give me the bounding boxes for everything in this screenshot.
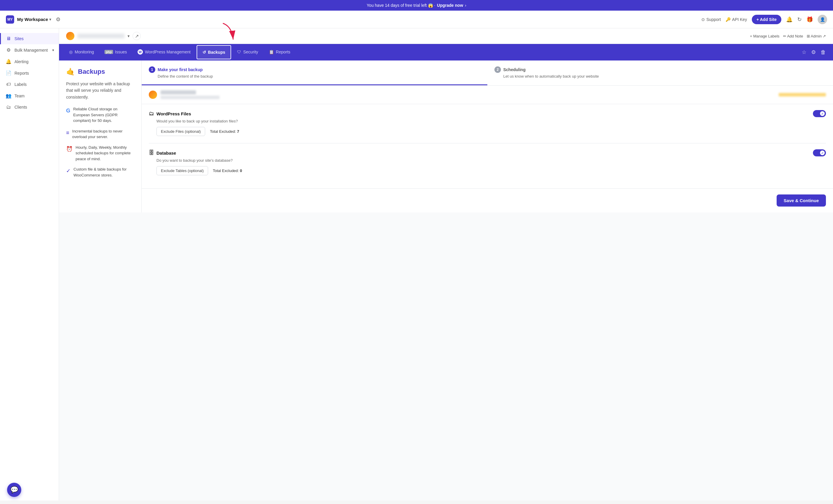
step-1[interactable]: 1 Make your first backup Define the cont…	[142, 61, 487, 85]
database-controls: Exclude Tables (optional) Total Excluded…	[157, 166, 826, 175]
sidebar-item-bulk-management[interactable]: ⚙ Bulk Management ▾	[0, 44, 59, 56]
folder-icon: 🗂	[149, 111, 154, 117]
tab-monitoring[interactable]: ◎ Monitoring	[64, 45, 99, 59]
tab-security[interactable]: 🛡 Security	[232, 45, 264, 59]
tab-wordpress-management[interactable]: W WordPress Management	[132, 45, 196, 59]
add-note-button[interactable]: ✏ Add Note	[783, 34, 803, 38]
sidebar-item-team[interactable]: 👥 Team	[0, 90, 59, 101]
feature-item-custom: ✓ Custom file & table backups for WooCom…	[66, 166, 134, 178]
blurred-favicon	[149, 91, 157, 99]
step-2-number-area: 2 Scheduling	[495, 66, 826, 73]
tab-issues-label: Issues	[115, 50, 127, 54]
steps-header: 1 Make your first backup Define the cont…	[142, 61, 833, 86]
monitoring-icon: ◎	[69, 50, 73, 54]
sidebar-label-labels: Labels	[15, 82, 27, 87]
chat-bubble-button[interactable]: 💬	[7, 483, 21, 497]
feature-text-custom: Custom file & table backups for WooComme…	[73, 166, 134, 178]
step-2-title: Scheduling	[503, 67, 525, 72]
database-title: Database	[157, 150, 176, 155]
tab-settings-icon[interactable]: ⚙	[809, 45, 818, 59]
feature-text-scheduled: Hourly, Daily, Weekly, Monthly scheduled…	[76, 145, 134, 162]
workspace-selector[interactable]: My Workspace ▾	[17, 17, 51, 22]
tab-reports-label: Reports	[276, 50, 290, 54]
database-excluded: Total Excluded: 0	[213, 168, 242, 173]
blurred-right-info	[779, 93, 826, 96]
workspace-chevron-icon: ▾	[49, 18, 51, 22]
backups-title-text: Backups	[78, 68, 105, 75]
header-left: MY My Workspace ▾ ⚙	[6, 15, 61, 24]
alerting-icon: 🔔	[6, 59, 11, 64]
bulk-management-icon: ⚙	[6, 47, 11, 53]
sidebar-item-reports[interactable]: 📄 Reports	[0, 67, 59, 79]
key-icon: 🔑	[725, 17, 731, 22]
step-1-title[interactable]: Make your first backup	[158, 67, 203, 72]
backups-content: 🤙 Backups Protect your website with a ba…	[59, 61, 833, 213]
step-2[interactable]: 2 Scheduling Let us know when to automat…	[487, 61, 833, 85]
database-desc: Do you want to backup your site's databa…	[157, 158, 826, 163]
wordpress-files-title: WordPress Files	[157, 111, 191, 116]
database-title-area: 🗄 Database	[149, 150, 176, 156]
sidebar-label-team: Team	[15, 94, 24, 98]
tab-star-icon[interactable]: ☆	[799, 45, 809, 59]
backup-options: 🗂 WordPress Files Would you like to back…	[142, 104, 833, 188]
wordpress-files-toggle[interactable]	[813, 110, 826, 117]
settings-icon[interactable]: ⚙	[56, 16, 61, 23]
database-excluded-count: 0	[240, 168, 242, 173]
exclude-files-button[interactable]: Exclude Files (optional)	[157, 127, 205, 136]
manage-labels-button[interactable]: + Manage Labels	[750, 34, 779, 38]
database-toggle[interactable]	[813, 149, 826, 157]
tab-wordpress-label: WordPress Management	[145, 50, 191, 54]
trial-banner: You have 14 days of free trial left 😱 · …	[0, 0, 833, 10]
blurred-site-row	[142, 86, 833, 104]
sidebar-item-clients[interactable]: 🗂 Clients	[0, 101, 59, 113]
support-icon: ⊙	[701, 17, 705, 22]
add-site-label: + Add Site	[757, 17, 777, 22]
tab-navigation: ◎ Monitoring php Issues W WordPress Mana…	[59, 44, 833, 61]
step-1-number-area: 1 Make your first backup	[149, 66, 480, 73]
sidebar-item-sites[interactable]: 🖥 Sites	[0, 33, 59, 44]
gift-icon[interactable]: 🎁	[806, 16, 813, 23]
tab-backups[interactable]: ↺ Backups	[197, 45, 231, 59]
sites-icon: 🖥	[6, 36, 11, 41]
upgrade-link[interactable]: Upgrade now	[437, 3, 463, 8]
feature-text-incremental: Incremental backups to never overload yo…	[72, 128, 134, 140]
site-actions: + Manage Labels ✏ Add Note ⊞ Admin ↗	[750, 34, 826, 38]
sidebar-item-alerting[interactable]: 🔔 Alerting	[0, 56, 59, 67]
backups-sidebar: 🤙 Backups Protect your website with a ba…	[59, 61, 142, 213]
blurred-site-info	[161, 90, 220, 99]
step-2-description: Let us know when to automatically back u…	[495, 74, 826, 78]
wordpress-icon: W	[138, 49, 143, 54]
sidebar-item-labels[interactable]: 🏷 Labels	[0, 79, 59, 90]
refresh-icon[interactable]: ↻	[797, 16, 802, 23]
step-2-badge: 2	[495, 66, 501, 73]
feature-item-incremental: ≡ Incremental backups to never overload …	[66, 128, 134, 140]
wordpress-files-option: 🗂 WordPress Files Would you like to back…	[149, 110, 826, 136]
clients-icon: 🗂	[6, 104, 11, 110]
backups-icon: ↺	[203, 50, 206, 54]
add-site-button[interactable]: + Add Site	[752, 15, 781, 24]
tab-reports[interactable]: 📋 Reports	[264, 45, 296, 59]
api-key-button[interactable]: 🔑 API Key	[725, 17, 747, 22]
backups-main-panel: 1 Make your first backup Define the cont…	[142, 61, 833, 213]
support-button[interactable]: ⊙ Support	[701, 17, 721, 22]
admin-button[interactable]: ⊞ Admin ↗	[807, 34, 826, 38]
tab-monitoring-label: Monitoring	[75, 50, 94, 54]
tab-trash-icon[interactable]: 🗑	[818, 46, 828, 59]
site-chevron-icon[interactable]: ▾	[127, 34, 129, 38]
sidebar-label-sites: Sites	[15, 36, 24, 41]
workspace-name-text: My Workspace	[17, 17, 48, 22]
site-external-link-icon[interactable]: ↗	[133, 32, 141, 40]
tab-issues[interactable]: php Issues	[99, 45, 132, 59]
exclude-tables-button[interactable]: Exclude Tables (optional)	[157, 166, 208, 175]
wordpress-files-header: 🗂 WordPress Files	[149, 110, 826, 117]
backups-footer: Save & Continue	[142, 188, 833, 213]
reports-icon: 📄	[6, 70, 11, 76]
avatar[interactable]: 👤	[818, 15, 827, 24]
support-label: Support	[706, 17, 721, 22]
checkmark-icon: ✓	[66, 167, 71, 175]
bell-icon[interactable]: 🔔	[786, 16, 792, 23]
wordpress-files-controls: Exclude Files (optional) Total Excluded:…	[157, 127, 826, 136]
tab-security-label: Security	[243, 50, 258, 54]
sidebar-label-bulk-management: Bulk Management	[15, 48, 48, 52]
save-continue-button[interactable]: Save & Continue	[777, 194, 826, 207]
